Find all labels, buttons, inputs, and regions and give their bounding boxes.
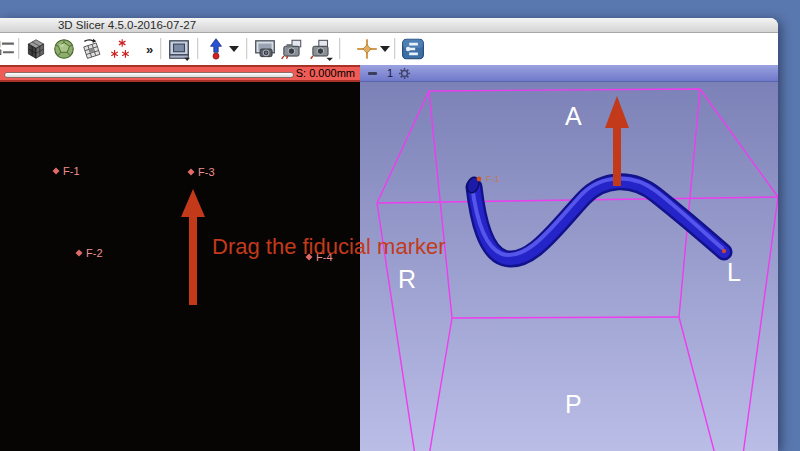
scene-view-icon[interactable]	[280, 37, 304, 61]
toolbar-separator	[160, 38, 162, 59]
slice-offset-label: S: 0.000mm	[296, 67, 355, 80]
orientation-label-P: P	[565, 390, 582, 418]
slice-viewport[interactable]: F-1 F-3 F-2 F-4	[0, 82, 360, 451]
toolbar-separator	[197, 38, 199, 59]
mouse-mode-dropdown[interactable]	[229, 46, 239, 52]
threed-viewport[interactable]: F-1 A R L P	[360, 82, 778, 451]
extensions-icon[interactable]	[401, 37, 425, 61]
toolbar-separator	[246, 38, 248, 59]
window-title: 3D Slicer 4.5.0-2016-07-27	[58, 19, 196, 31]
pin-icon[interactable]	[368, 72, 377, 75]
volumes-cube-icon[interactable]	[24, 37, 48, 61]
orientation-label-L: L	[727, 258, 741, 286]
orientation-label-A: A	[565, 102, 582, 130]
markups-stars-icon[interactable]	[108, 37, 132, 61]
fiducial-label: F-3	[198, 166, 215, 178]
scene-view-menu-icon[interactable]	[308, 37, 334, 61]
crosshair-icon[interactable]	[355, 37, 379, 61]
toolbar-separator	[339, 38, 341, 59]
slice-offset-slider[interactable]	[4, 72, 294, 78]
module-list-icon[interactable]	[0, 37, 15, 61]
drag-annotation-arrow	[181, 189, 205, 305]
fiducial-label: F-1	[63, 165, 80, 177]
slicer-window: 3D Slicer 4.5.0-2016-07-27	[0, 18, 778, 451]
drag-annotation-text: Drag the fiducial marker	[212, 234, 446, 260]
place-fiducial-icon[interactable]	[204, 37, 228, 61]
tube-fiducial-label: F-1	[486, 174, 500, 184]
layout-icon[interactable]	[167, 37, 191, 61]
toolbar-separator	[18, 38, 20, 59]
red-slice-controller-bar: S: 0.000mm	[0, 65, 360, 82]
window-titlebar[interactable]: 3D Slicer 4.5.0-2016-07-27	[0, 18, 778, 33]
anterior-annotation-arrow	[605, 96, 629, 186]
fiducial-F-2[interactable]: F-2	[76, 247, 103, 259]
main-toolbar: »	[0, 33, 778, 65]
threed-controller-bar: 1	[360, 65, 778, 82]
fiducial-F-1[interactable]: F-1	[53, 165, 80, 177]
gear-icon[interactable]	[398, 67, 411, 80]
screenshot-icon[interactable]	[253, 37, 277, 61]
overflow-chevrons[interactable]: »	[146, 42, 153, 57]
orientation-label-R: R	[398, 265, 416, 293]
toolbar-separator	[394, 38, 396, 59]
transforms-grid-icon[interactable]	[80, 37, 104, 61]
models-sphere-icon[interactable]	[52, 37, 76, 61]
crosshair-dropdown[interactable]	[380, 46, 390, 52]
fiducial-F-3[interactable]: F-3	[188, 166, 215, 178]
fiducial-label: F-2	[86, 247, 103, 259]
tube-fiducial-right[interactable]	[722, 249, 726, 253]
threed-view-label: 1	[387, 67, 393, 79]
view-layout: S: 0.000mm F-1 F-3 F-2	[0, 65, 778, 451]
